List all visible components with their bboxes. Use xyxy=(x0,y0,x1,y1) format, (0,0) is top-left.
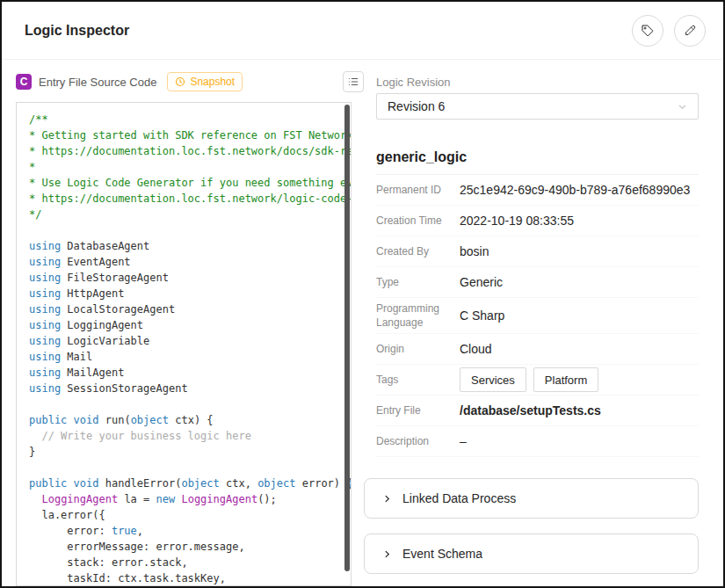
revision-select-value: Revision 6 xyxy=(388,99,445,113)
code-line: * Getting started with SDK reference on … xyxy=(29,127,338,143)
linked-data-process-label: Linked Data Process xyxy=(402,491,516,505)
edit-icon xyxy=(684,24,697,37)
code-line: using DatabaseAgent xyxy=(29,238,338,254)
event-schema-panel[interactable]: Event Schema xyxy=(364,534,699,574)
code-line: LoggingAgent la = new LoggingAgent(); xyxy=(29,491,338,507)
code-line: * xyxy=(29,159,338,175)
detail-label: Created By xyxy=(376,241,460,262)
detail-value: /database/setupTests.cs xyxy=(460,403,601,417)
tag-icon xyxy=(641,24,655,38)
detail-label: Tags xyxy=(376,369,460,390)
linked-data-process-panel[interactable]: Linked Data Process xyxy=(364,478,699,519)
edit-button[interactable] xyxy=(674,15,706,47)
detail-label: Permanent ID xyxy=(376,179,460,200)
details-inner: Logic Revision Revision 6 generic_logic … xyxy=(376,70,699,457)
code-line: using LoggingAgent xyxy=(29,317,338,333)
code-line: * https://documentation.loc.fst.network/… xyxy=(29,191,338,207)
code-line: using SessionStorageAgent xyxy=(29,381,338,396)
source-code-title: Entry File Source Code xyxy=(39,76,156,89)
code-line: using Mail xyxy=(29,349,338,365)
page-title: Logic Inspector xyxy=(25,23,129,39)
code-content: /*** Getting started with SDK reference … xyxy=(17,103,351,586)
revision-select[interactable]: Revision 6 xyxy=(376,93,699,120)
detail-row: TagsServicesPlatform xyxy=(376,365,699,396)
detail-label: Creation Time xyxy=(376,210,460,231)
details-rows: Permanent ID25c1e942-69c9-490b-b789-a76e… xyxy=(376,175,699,457)
tag-button[interactable] xyxy=(632,15,663,47)
code-line: } xyxy=(29,444,338,460)
chevron-down-icon xyxy=(678,102,687,112)
detail-label: Description xyxy=(376,431,460,452)
code-line: public void run(object ctx) { xyxy=(29,412,338,428)
header-actions xyxy=(632,15,706,47)
detail-row: Description– xyxy=(376,426,699,457)
detail-value: 2022-10-19 08:33:55 xyxy=(460,214,574,228)
detail-label: Origin xyxy=(376,338,460,359)
code-line: using HttpAgent xyxy=(29,286,338,301)
chevron-right-icon xyxy=(382,494,392,504)
tag-platform[interactable]: Platform xyxy=(533,367,598,392)
code-line: la.error({ xyxy=(29,507,338,523)
code-editor: /*** Getting started with SDK reference … xyxy=(16,102,352,586)
detail-row: Created Bybosin xyxy=(376,236,699,267)
outline-list-icon xyxy=(347,76,359,88)
logic-name-title: generic_logic xyxy=(376,149,699,175)
code-line xyxy=(29,222,338,238)
detail-label: Programming Language xyxy=(376,298,460,333)
detail-value: 25c1e942-69c9-490b-b789-a76ef68990e3 xyxy=(460,183,690,197)
detail-row: OriginCloud xyxy=(376,334,699,365)
code-scrollbar[interactable] xyxy=(344,105,350,571)
detail-row: Permanent ID25c1e942-69c9-490b-b789-a76e… xyxy=(376,175,699,206)
detail-label: Type xyxy=(376,272,460,293)
code-line: using LogicVariable xyxy=(29,333,338,349)
code-line: using EventAgent xyxy=(29,254,338,270)
code-line: public void handleError(object ctx, obje… xyxy=(29,475,338,491)
code-line: using MailAgent xyxy=(29,365,338,381)
logic-inspector-window: Logic Inspector C xyxy=(0,0,725,588)
code-line: stack: error.stack, xyxy=(29,555,338,570)
code-line: * https://documentation.loc.fst.network/… xyxy=(29,143,338,159)
code-line: // Write your business logic here xyxy=(29,428,338,444)
detail-value: – xyxy=(460,434,467,448)
content-area: C Entry File Source Code Snapshot xyxy=(2,60,723,586)
detail-value: Cloud xyxy=(460,342,492,356)
code-line: */ xyxy=(29,207,338,222)
detail-value: ServicesPlatform xyxy=(460,367,605,392)
detail-row: Programming LanguageC Sharp xyxy=(376,298,699,334)
code-line: taskId: ctx.task.taskKey, xyxy=(29,570,338,586)
csharp-language-icon: C xyxy=(16,74,32,90)
detail-value: Generic xyxy=(460,275,503,289)
details-pane: Logic Revision Revision 6 generic_logic … xyxy=(364,70,699,586)
chevron-right-icon xyxy=(382,549,392,559)
source-code-pane: C Entry File Source Code Snapshot xyxy=(16,70,364,586)
code-line: using FileStorageAgent xyxy=(29,270,338,286)
code-outline-button[interactable] xyxy=(343,71,364,92)
code-line xyxy=(29,460,338,475)
code-line: using LocalStorageAgent xyxy=(29,301,338,317)
app-header: Logic Inspector xyxy=(2,2,723,60)
code-line: errorMessage: error.message, xyxy=(29,539,338,555)
detail-value: C Sharp xyxy=(460,309,504,323)
code-line: /** xyxy=(29,112,338,127)
code-line xyxy=(29,396,338,412)
detail-row: TypeGeneric xyxy=(376,267,699,298)
event-schema-label: Event Schema xyxy=(402,547,482,561)
detail-value: bosin xyxy=(460,244,489,258)
detail-row: Entry File/database/setupTests.cs xyxy=(376,396,699,426)
source-code-header: C Entry File Source Code Snapshot xyxy=(16,70,364,93)
code-line: error: true, xyxy=(29,523,338,539)
code-line: * Use Logic Code Generator if you need s… xyxy=(29,175,338,191)
clock-icon xyxy=(175,76,185,87)
logic-revision-label: Logic Revision xyxy=(376,76,699,89)
snapshot-badge: Snapshot xyxy=(167,72,243,91)
snapshot-badge-label: Snapshot xyxy=(190,76,235,88)
tag-services[interactable]: Services xyxy=(460,367,526,392)
detail-row: Creation Time2022-10-19 08:33:55 xyxy=(376,206,699,236)
detail-label: Entry File xyxy=(376,400,460,421)
